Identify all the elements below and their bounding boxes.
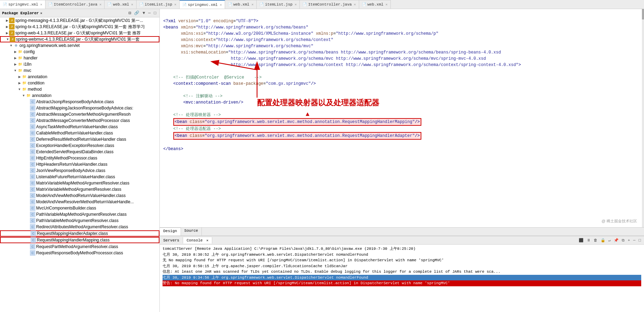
tab-close[interactable]: ✕	[40, 2, 42, 7]
tree-item-deferredresult[interactable]: C DeferredResultMethodReturnValueHandler…	[0, 136, 159, 142]
tree-item-callable[interactable]: C CallableMethodReturnValueHandler.class	[0, 130, 159, 136]
tree-item-jsonview[interactable]: C JsonViewResponseBodyAdvice.class	[0, 167, 159, 174]
word-wrap-btn[interactable]: ↵	[608, 238, 612, 243]
tree-item-modelandviewresolver[interactable]: C ModelAndViewResolverMethodReturnValueH…	[0, 199, 159, 205]
tree-item-handler[interactable]: ▶ 📁 handler	[0, 55, 159, 61]
tree-item-pathvariable[interactable]: C PathVariableMethodArgumentResolver.cla…	[0, 217, 159, 224]
tree-item-annotation[interactable]: ▶ 📁 annotation	[0, 74, 159, 80]
class-icon: C	[30, 99, 35, 105]
clear-btn[interactable]: 🗑	[593, 238, 598, 243]
tree-label: ModelAndViewMethodReturnValueHandler.cla…	[36, 192, 126, 199]
editor-area[interactable]: <?xml version="1.0" encoding="UTF-8"?> <…	[160, 9, 644, 227]
source-tab[interactable]: Source	[181, 228, 202, 236]
vertical-scrollbar[interactable]	[642, 9, 644, 227]
tab-close[interactable]: ✕	[220, 3, 222, 7]
close-console-icon[interactable]: ✕	[206, 239, 208, 243]
class-icon: C	[31, 231, 36, 236]
tree-item-requestmappinghandleradapter[interactable]: C RequestMappingHandlerAdapter.class	[0, 230, 159, 237]
tree-label: spring-messaging-4.1.3.RELEASE.jar - G:\…	[15, 17, 143, 24]
tab-close[interactable]: ✕	[131, 2, 133, 7]
tree-item-httpentity[interactable]: C HttpEntityMethodProcessor.class	[0, 155, 159, 161]
tree-item-requestpartmethod[interactable]: C RequestPartMethodArgumentResolver.clas…	[0, 244, 159, 250]
tree-item-listenable[interactable]: C ListenableFutureReturnValueHandler.cla…	[0, 174, 159, 180]
class-icon: C	[30, 224, 35, 230]
console-content[interactable]: tomcat7Server [Remote Java Application] …	[160, 245, 644, 312]
tree-item-method[interactable]: ▼ 📁 method	[0, 86, 159, 92]
tree-item-config[interactable]: ▶ 📁 config	[0, 49, 159, 55]
class-icon: C	[30, 149, 35, 155]
scroll-lock-btn[interactable]: 🔒	[600, 238, 606, 243]
tree-item-spring-messaging[interactable]: ▶ J spring-messaging-4.1.3.RELEASE.jar -…	[0, 17, 159, 24]
class-icon: C	[30, 174, 35, 180]
class-icon: C	[30, 155, 35, 161]
tree-item-spring-web[interactable]: ▶ J spring-web-4.1.3.RELEASE.jar - G:\天赋…	[0, 30, 159, 36]
tree-label: RedirectAttributesMethodArgumentResolver…	[36, 224, 128, 230]
tree-item-method-annotation[interactable]: ▼ 📁 annotation	[0, 92, 159, 99]
link-editor-btn[interactable]: 🔗	[133, 10, 140, 16]
tree-item-exceptionhandler[interactable]: C ExceptionHandlerExceptionResolver.clas…	[0, 142, 159, 149]
tab-close[interactable]: ✕	[99, 2, 101, 7]
tab-itemcontroller2[interactable]: 📄 ItemController.java ✕	[300, 0, 359, 9]
tree-item-i18n[interactable]: ▶ 📁 i18n	[0, 61, 159, 67]
tab-springmvc1[interactable]: 📄 springmvc.xml ✕	[0, 0, 46, 9]
new-console-btn[interactable]: +	[627, 238, 631, 243]
tree-item-extendedservlet[interactable]: C ExtendedServletRequestDataBinder.class	[0, 149, 159, 155]
tree-item-spring-tx[interactable]: ▶ J spring-tx-4.1.3.RELEASE.jar - G:\天赋\…	[0, 24, 159, 30]
tree-item-requestresponsebody[interactable]: C RequestResponseBodyMethodProcessor.cla…	[0, 250, 159, 256]
tab-itemcontroller1[interactable]: 📄 ItemController.java ✕	[46, 0, 105, 9]
tree-item-mvcuricomponents[interactable]: C MvcUriComponentsBuilder.class	[0, 205, 159, 211]
tab-itemlistjsp1[interactable]: 📄 itemList.jsp ✕	[137, 0, 180, 9]
panel-menu-btn[interactable]: ▼	[141, 10, 146, 16]
tree-label: PathVariableMapMethodArgumentResolver.cl…	[36, 211, 127, 217]
tree-item-spring-webmvc[interactable]: ▼ J spring-webmvc-4.1.3.RELEASE.jar - G:…	[0, 36, 159, 42]
tab-springmvc2[interactable]: 📄 springmvc.xml ✕	[180, 0, 225, 9]
maximize-bottom-btn[interactable]: □	[637, 238, 642, 243]
tab-itemlistjsp2[interactable]: 📄 itemList.jsp ✕	[257, 0, 300, 9]
tree-item-condition[interactable]: ▶ 📁 condition	[0, 80, 159, 86]
tree-item-matrixvariable[interactable]: C MatrixVariableMethodArgumentResolver.c…	[0, 186, 159, 192]
tab-close[interactable]: ✕	[251, 2, 254, 7]
class-icon: C	[30, 137, 35, 142]
tree-item-asynctask[interactable]: C AsyncTaskMethodReturnValueHandler.clas…	[0, 124, 159, 130]
close-panel-icon[interactable]: ✕	[40, 11, 42, 15]
collapse-all-btn[interactable]: ⊟	[127, 10, 132, 16]
tree-container[interactable]: ▶ J spring-messaging-4.1.3.RELEASE.jar -…	[0, 17, 159, 312]
tree-item-httpheaders[interactable]: C HttpHeadersReturnValueHandler.class	[0, 161, 159, 167]
tree-item-pathvariablemap[interactable]: C PathVariableMapMethodArgumentResolver.…	[0, 211, 159, 217]
tree-item-org-pkg[interactable]: ▼ ⊕ org.springframework.web.servlet	[0, 42, 159, 49]
tree-label: ExceptionHandlerExceptionResolver.class	[36, 142, 114, 149]
tree-item-abstractjsonp[interactable]: C AbstractJsonpResponseBodyAdvice.class	[0, 99, 159, 105]
class-icon: C	[31, 237, 36, 243]
tab-close[interactable]: ✕	[386, 2, 388, 7]
tree-item-matrixvariablemap[interactable]: C MatrixVariableMapMethodArgumentResolve…	[0, 180, 159, 186]
servers-tab[interactable]: Servers	[160, 237, 183, 244]
tab-webxml3[interactable]: 📄 web.xml ✕	[359, 0, 391, 9]
class-icon: C	[30, 180, 35, 186]
tree-arrow: ▶	[5, 30, 9, 36]
tree-item-mvc[interactable]: ▼ 📁 mvc	[0, 67, 159, 74]
tree-arrow	[26, 186, 30, 192]
minimize-btn[interactable]: ─	[147, 10, 152, 16]
design-tab[interactable]: Design	[160, 228, 181, 236]
tab-close[interactable]: ✕	[354, 2, 356, 7]
tree-item-redirectattributes[interactable]: C RedirectAttributesMethodArgumentResolv…	[0, 224, 159, 230]
tree-label: PathVariableMethodArgumentResolver.class	[36, 217, 118, 224]
tree-item-abstractmessageconverterarg[interactable]: C AbstractMessageConverterMethodArgument…	[0, 111, 159, 117]
pause-btn[interactable]: ⏸	[586, 238, 592, 243]
maximize-btn[interactable]: □	[153, 10, 157, 16]
tab-webxml2[interactable]: 📄 web.xml ✕	[225, 0, 257, 9]
tab-close[interactable]: ✕	[174, 2, 176, 7]
tab-webxml1[interactable]: 📄 web.xml ✕	[105, 0, 136, 9]
tree-item-requestmappinghandlermapping[interactable]: C RequestMappingHandlerMapping.class	[0, 237, 159, 243]
top-tab-bar: 📄 springmvc.xml ✕ 📄 ItemController.java …	[0, 0, 644, 9]
tree-item-modelandview[interactable]: C ModelAndViewMethodReturnValueHandler.c…	[0, 192, 159, 199]
minimize-bottom-btn[interactable]: ─	[632, 238, 637, 243]
console-tab[interactable]: Console ✕	[183, 237, 212, 244]
stop-btn[interactable]: ⬛	[578, 238, 585, 243]
pin-btn[interactable]: 📌	[613, 238, 620, 243]
tree-item-abstractmessageconverterproc[interactable]: C AbstractMessageConverterMethodProcesso…	[0, 117, 159, 124]
tree-item-abstractmapping[interactable]: C AbstractMappingJacksonResponseBodyAdvi…	[0, 105, 159, 111]
open-console-btn[interactable]: ⧉	[621, 238, 626, 243]
scrollbar-thumb[interactable]	[642, 9, 644, 19]
tab-close[interactable]: ✕	[295, 2, 297, 7]
